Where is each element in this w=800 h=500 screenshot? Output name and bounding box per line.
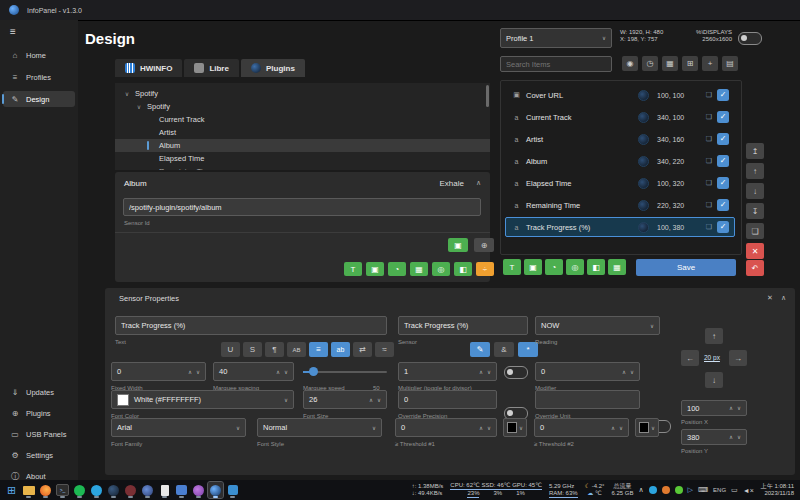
app-blue-globe-icon[interactable]	[140, 482, 155, 498]
filter-button[interactable]: ◉	[622, 56, 638, 71]
start-button[interactable]: ⊞	[4, 482, 19, 498]
add-image-button[interactable]: ▣	[366, 262, 384, 276]
weather-widget[interactable]: ☾ -4.2° ☁ ℃	[585, 483, 605, 497]
stepper-down-icon[interactable]: ∨	[196, 369, 200, 375]
nudge-up-button[interactable]: ↑	[705, 328, 723, 344]
multiplier-divisor-toggle[interactable]	[504, 366, 528, 379]
profile-select[interactable]: Profile 1 ∨	[500, 28, 612, 48]
tray-pin-icon[interactable]	[662, 486, 670, 494]
app-cat-icon[interactable]	[174, 482, 189, 498]
hardware-temps-widget[interactable]: CPU: 62℃ SSD: 46℃ GPU: 45℃ 23% 3% 1%	[450, 482, 542, 498]
link-icon[interactable]: ❏	[703, 201, 715, 209]
strikethrough-button[interactable]: S	[243, 342, 262, 357]
app-red-icon[interactable]	[123, 482, 138, 498]
link-icon[interactable]: ❏	[703, 157, 715, 165]
volume-icon[interactable]: ◄×	[743, 487, 754, 494]
lowercase-button[interactable]: ab	[331, 342, 350, 357]
app-purple-icon[interactable]	[191, 482, 206, 498]
tree-scrollbar[interactable]	[486, 85, 489, 107]
add-chart-item-button[interactable]: ◧	[587, 259, 605, 275]
tree-node-spotify[interactable]: ∨ Spotify	[115, 87, 490, 100]
list-item-remaining-time[interactable]: a Remaining Time 220, 320 ❏ ✓	[505, 195, 735, 215]
stepper-up-icon[interactable]: ∧	[188, 369, 192, 375]
link-icon[interactable]: ❏	[703, 113, 715, 121]
sidebar-item-home[interactable]: ⌂ Home	[3, 47, 75, 63]
sidebar-item-design[interactable]: ✎ Design	[3, 91, 75, 107]
sensor-input[interactable]	[398, 316, 528, 335]
add-text-item-button[interactable]: T	[503, 259, 521, 275]
add-image-item-button[interactable]: ▣	[524, 259, 542, 275]
link-icon[interactable]: ❏	[703, 223, 715, 231]
undo-button[interactable]: ↶	[746, 260, 764, 276]
telegram-icon[interactable]	[89, 482, 104, 498]
edit-sensor-button[interactable]: ✎	[470, 342, 490, 357]
combine-sensor-button[interactable]: &	[494, 342, 514, 357]
font-color-select[interactable]: White (#FFFFFFFF) ∨	[111, 390, 294, 409]
list-item-elapsed-time[interactable]: a Elapsed Time 100, 320 ❏ ✓	[505, 173, 735, 193]
add-gauge-button[interactable]: ◎	[432, 262, 450, 276]
tab-libre[interactable]: Libre	[184, 59, 239, 77]
override-unit-input[interactable]	[535, 390, 640, 409]
link-icon[interactable]: ❏	[703, 91, 715, 99]
slider-thumb[interactable]	[309, 367, 318, 376]
tray-cursor-icon[interactable]: ▷	[688, 486, 693, 494]
nudge-down-button[interactable]: ↓	[705, 372, 723, 388]
item-visible-checkbox[interactable]: ✓	[717, 111, 729, 123]
stepper-up-icon[interactable]: ∧	[729, 405, 733, 411]
tray-telegram-icon[interactable]	[649, 486, 657, 494]
tree-item-artist[interactable]: Artist	[115, 126, 490, 139]
tree-item-current-track[interactable]: Current Track	[115, 113, 490, 126]
override-precision-input[interactable]	[398, 390, 497, 409]
item-visible-checkbox[interactable]: ✓	[717, 177, 729, 189]
network-speed-widget[interactable]: ↑: 1.38MB/s ↓: 49.4KB/s	[412, 483, 444, 497]
stepper-up-icon[interactable]: ∧	[369, 397, 373, 403]
add-text-button[interactable]: T	[344, 262, 362, 276]
sidebar-item-usb-panels[interactable]: ▭ USB Panels	[3, 426, 75, 442]
move-to-bottom-button[interactable]: ↧	[746, 203, 764, 219]
position-y-stepper[interactable]: 380 ∧ ∨	[681, 429, 747, 445]
collapse-icon[interactable]: ∧	[781, 294, 786, 302]
stepper-up-icon[interactable]: ∧	[611, 425, 615, 431]
duplicate-button[interactable]: ❏	[746, 223, 764, 239]
move-down-button[interactable]: ↓	[746, 183, 764, 199]
nudge-step-link[interactable]: 20 px	[704, 354, 720, 361]
firefox-icon[interactable]	[38, 482, 53, 498]
sensor-id-input[interactable]	[123, 198, 481, 216]
position-x-stepper[interactable]: 100 ∧ ∨	[681, 400, 747, 416]
stepper-down-icon[interactable]: ∨	[284, 369, 288, 375]
item-visible-checkbox[interactable]: ✓	[717, 155, 729, 167]
tray-expand-icon[interactable]: ∧	[638, 486, 643, 494]
add-chart-button[interactable]: ◧	[454, 262, 472, 276]
align-center-button[interactable]: ≡	[309, 342, 328, 357]
reading-select[interactable]: NOW ∨	[535, 316, 660, 335]
item-visible-checkbox[interactable]: ✓	[717, 221, 729, 233]
stepper-down-icon[interactable]: ∨	[487, 425, 491, 431]
traffic-widget[interactable]: 总流量 6.25 GB	[611, 483, 633, 497]
add-bar-button[interactable]: ÷	[476, 262, 494, 276]
list-item-album[interactable]: a Album 340, 220 ❏ ✓	[505, 151, 735, 171]
fixed-width-stepper[interactable]: 0 ∧ ∨	[111, 362, 206, 381]
tree-node-spotify-group[interactable]: ∨ Spotify	[115, 100, 490, 113]
tree-item-album[interactable]: Album	[115, 139, 490, 152]
threshold2-color-select[interactable]: ∨	[635, 418, 659, 437]
move-mode-button[interactable]: +	[702, 56, 718, 71]
stepper-down-icon[interactable]: ∨	[737, 434, 741, 440]
apply-button[interactable]: ▣	[448, 238, 468, 252]
menu-toggle-icon[interactable]: ≡	[10, 26, 16, 37]
item-visible-checkbox[interactable]: ✓	[717, 199, 729, 211]
stepper-up-icon[interactable]: ∧	[729, 434, 733, 440]
link-icon[interactable]: ❏	[703, 179, 715, 187]
wave-button[interactable]: ≈	[375, 342, 394, 357]
nudge-left-button[interactable]: ←	[681, 350, 699, 366]
modifier-stepper[interactable]: 0 ∧ ∨	[535, 362, 640, 381]
file-explorer-icon[interactable]	[21, 482, 36, 498]
stepper-up-icon[interactable]: ∧	[622, 369, 626, 375]
clock-widget[interactable]: 上午 1:08:11 2023/11/18	[761, 483, 794, 497]
marquee-spacing-stepper[interactable]: 40 ∧ ∨	[213, 362, 294, 381]
nudge-right-button[interactable]: →	[729, 350, 747, 366]
terminal-icon[interactable]: >_	[55, 482, 70, 498]
stepper-up-icon[interactable]: ∧	[479, 425, 483, 431]
sidebar-item-updates[interactable]: ⇓ Updates	[3, 384, 75, 400]
move-to-top-button[interactable]: ↥	[746, 143, 764, 159]
add-clock-item-button[interactable]: ◔	[545, 259, 563, 275]
